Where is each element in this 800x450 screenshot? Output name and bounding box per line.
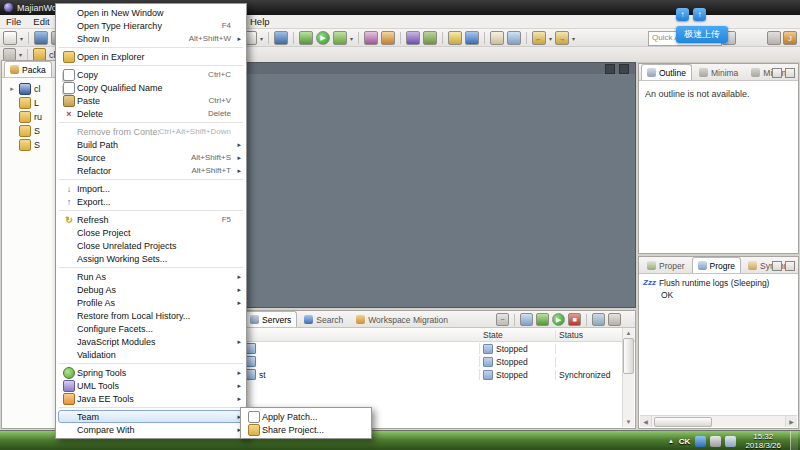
menu-item-copy-qualified-name[interactable]: Copy Qualified Name [58, 81, 244, 94]
editor-maximize-icon[interactable] [619, 64, 629, 74]
network-icon[interactable] [725, 436, 736, 447]
publish-icon[interactable] [592, 313, 605, 326]
menu-item-open-in-explorer[interactable]: Open in Explorer [58, 50, 244, 63]
show-desktop-button[interactable] [790, 431, 798, 450]
coverage-icon[interactable] [381, 31, 395, 45]
save-icon[interactable] [34, 31, 48, 45]
debug-server-icon[interactable] [536, 313, 549, 326]
back-icon[interactable]: ← [532, 31, 546, 45]
menu-item-compare-with[interactable]: Compare With▸ [58, 423, 244, 436]
column-state[interactable]: State [480, 330, 556, 340]
menu-item-remove-from-context[interactable]: Remove from ContextCtrl+Alt+Shift+Down [58, 125, 244, 138]
menu-item-close-unrelated-projects[interactable]: Close Unrelated Projects [58, 239, 244, 252]
caret-icon[interactable]: ▾ [20, 35, 23, 42]
server-row[interactable]: Stopped [242, 342, 635, 355]
menu-item-build-path[interactable]: Build Path▸ [58, 138, 244, 151]
maximize-view-icon[interactable] [785, 261, 795, 271]
maximize-view-icon[interactable] [785, 68, 795, 78]
collapse-all-icon[interactable]: − [496, 313, 509, 326]
save-icon[interactable] [274, 31, 288, 45]
menu-item-uml-tools[interactable]: UML Tools▸ [58, 379, 244, 392]
menu-item-debug-as[interactable]: Debug As▸ [58, 283, 244, 296]
cloud-sync-icon[interactable]: ↑ [693, 8, 706, 21]
menu-item-source[interactable]: SourceAlt+Shift+S▸ [58, 151, 244, 164]
menu-item-refresh[interactable]: ↻RefreshF5 [58, 213, 244, 226]
servers-tab-search[interactable]: Search [298, 311, 349, 327]
editor-area[interactable] [241, 62, 636, 308]
scroll-down-icon[interactable]: ▼ [626, 417, 632, 427]
menu-item-open-in-new-window[interactable]: Open in New Window [58, 6, 244, 19]
minimize-view-icon[interactable] [772, 261, 782, 271]
menu-item-import[interactable]: ↓Import... [58, 182, 244, 195]
scroll-up-icon[interactable]: ▲ [626, 328, 632, 338]
caret-icon[interactable]: ▾ [19, 51, 22, 58]
caret-icon[interactable]: ▾ [260, 35, 263, 42]
start-server-icon[interactable]: ▶ [552, 313, 565, 326]
forward-icon[interactable]: → [555, 31, 569, 45]
search-icon[interactable] [465, 31, 479, 45]
menu-item-open-type-hierarchy[interactable]: Open Type HierarchyF4 [58, 19, 244, 32]
menu-item-show-in[interactable]: Show InAlt+Shift+W▸ [58, 32, 244, 45]
menu-item-javascript-modules[interactable]: JavaScript Modules▸ [58, 335, 244, 348]
new-server-icon[interactable] [520, 313, 533, 326]
caret-icon[interactable]: ▾ [350, 35, 353, 42]
language-indicator[interactable]: CK [679, 437, 691, 446]
progress-horizontal-scrollbar[interactable]: ◀ ▶ [640, 415, 797, 427]
java-ee-perspective-icon[interactable]: J [783, 31, 797, 45]
server-row[interactable]: stStoppedSynchronized [242, 368, 635, 381]
scrollbar-thumb[interactable] [623, 338, 634, 374]
stop-server-icon[interactable]: ■ [568, 313, 581, 326]
scroll-right-icon[interactable]: ▶ [785, 416, 797, 427]
open-type-icon[interactable] [448, 31, 462, 45]
tray-expand-button[interactable]: ▲ [668, 438, 674, 444]
editor-minimize-icon[interactable] [605, 64, 615, 74]
server-row[interactable]: Stopped [242, 355, 635, 368]
clean-icon[interactable] [608, 313, 621, 326]
scroll-left-icon[interactable]: ◀ [640, 416, 652, 427]
menu-item-profile-as[interactable]: Profile As▸ [58, 296, 244, 309]
bookmark-icon[interactable] [490, 31, 504, 45]
caret-icon[interactable]: ▾ [549, 35, 552, 42]
menu-item-refactor[interactable]: RefactorAlt+Shift+T▸ [58, 164, 244, 177]
taskbar-clock[interactable]: 15:32 2018/3/26 [741, 432, 785, 450]
menu-item-team[interactable]: Team▸ [58, 410, 244, 423]
run-icon[interactable]: ▶ [316, 31, 330, 45]
menu-item-copy[interactable]: CopyCtrl+C [58, 68, 244, 81]
menu-item-java-ee-tools[interactable]: Java EE Tools▸ [58, 392, 244, 405]
submenu-item-apply-patch[interactable]: Apply Patch... [243, 410, 369, 423]
task-icon[interactable] [507, 31, 521, 45]
progress-tab-proper[interactable]: Proper [641, 257, 691, 273]
menu-item-validation[interactable]: Validation [58, 348, 244, 361]
menu-item-assign-working-sets[interactable]: Assign Working Sets... [58, 252, 244, 265]
menu-item-delete[interactable]: ×DeleteDelete [58, 107, 244, 120]
caret-icon[interactable]: ▾ [572, 35, 575, 42]
menu-item-export[interactable]: ↑Export... [58, 195, 244, 208]
menu-item-restore-from-local-history[interactable]: Restore from Local History... [58, 309, 244, 322]
menu-item-paste[interactable]: PasteCtrl+V [58, 94, 244, 107]
progress-tab-progre[interactable]: Progre [692, 257, 742, 273]
servers-tab-servers[interactable]: Servers [244, 311, 297, 327]
scrollbar-thumb[interactable] [654, 417, 712, 427]
outline-tab-outline[interactable]: Outline [641, 64, 692, 80]
menu-help[interactable]: Help [244, 16, 276, 27]
volume-icon[interactable] [710, 436, 721, 447]
menu-item-spring-tools[interactable]: Spring Tools▸ [58, 366, 244, 379]
debug-icon[interactable] [299, 31, 313, 45]
menu-item-close-project[interactable]: Close Project [58, 226, 244, 239]
ime-icon[interactable] [695, 436, 706, 447]
minimize-view-icon[interactable] [772, 68, 782, 78]
menu-item-configure-facets[interactable]: Configure Facets... [58, 322, 244, 335]
menu-file[interactable]: File [0, 16, 27, 27]
submenu-item-share-project[interactable]: Share Project... [243, 423, 369, 436]
outline-tab-minima[interactable]: Minima [693, 64, 744, 80]
servers-tab-workspace-migration[interactable]: Workspace Migration [350, 311, 454, 327]
profile-icon[interactable] [364, 31, 378, 45]
menu-item-run-as[interactable]: Run As▸ [58, 270, 244, 283]
open-perspective-icon[interactable] [767, 31, 781, 45]
java-class-icon[interactable] [423, 31, 437, 45]
cloud-upload-icon[interactable]: ↑ [676, 8, 689, 21]
servers-vertical-scrollbar[interactable]: ▲ ▼ [622, 328, 634, 427]
new-java-project-icon[interactable] [406, 31, 420, 45]
new-icon[interactable] [3, 31, 17, 45]
tab-package-explorer[interactable]: Packa [4, 61, 52, 77]
